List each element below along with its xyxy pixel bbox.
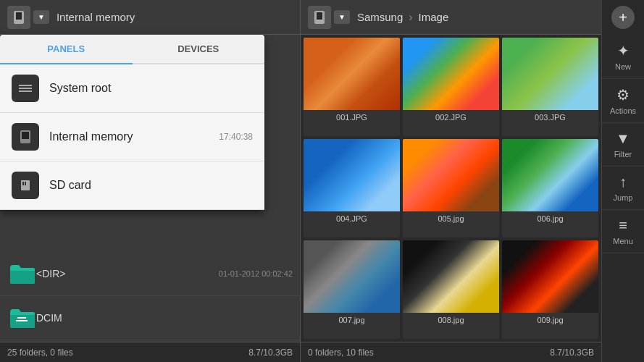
internal-label: Internal memory [49, 130, 133, 143]
tab-devices[interactable]: DEVICES [133, 35, 265, 63]
breadcrumb-samsung: Samsung [357, 11, 403, 23]
actions-icon: ⚙ [616, 86, 630, 104]
sdcard-label: SD card [49, 179, 91, 192]
tab-panels[interactable]: PANELS [0, 35, 133, 64]
image-cell[interactable]: 001.JPG [304, 38, 400, 136]
file-list: <DIR> 01-01-2012 00:02:42 DCIM <DIR> [0, 252, 300, 342]
breadcrumb-image: Image [419, 11, 449, 23]
internal-time: 17:40:38 [219, 132, 253, 142]
image-label: 007.jpg [338, 313, 364, 327]
image-cell[interactable]: 003.JPG [502, 38, 598, 136]
sidebar-btn-jump[interactable]: ↑Jump [602, 167, 645, 210]
new-icon: ✦ [617, 42, 630, 59]
folder-icon [7, 259, 36, 288]
sidebar-btn-actions[interactable]: ⚙Actions [602, 79, 645, 123]
breadcrumb-separator: › [409, 11, 412, 24]
image-label: 008.jpg [438, 313, 464, 327]
left-header: ▼ Internal memory [0, 0, 300, 35]
sysroot-label: System root [49, 82, 111, 95]
menu-icon: ≡ [619, 217, 627, 234]
sidebar-btn-menu[interactable]: ≡Menu [602, 210, 645, 253]
sidebar: + ✦New⚙Actions▼Filter↑Jump≡Menu [601, 0, 644, 362]
dropdown-item-internal[interactable]: Internal memory 17:40:38 [0, 113, 264, 161]
image-label: 005.jpg [438, 211, 464, 226]
left-footer-text: 25 folders, 0 files [7, 348, 73, 358]
left-dropdown-button[interactable]: ▼ [33, 10, 49, 24]
image-cell[interactable]: 008.jpg [403, 240, 499, 339]
dropdown-item-sysroot[interactable]: System root [0, 64, 264, 113]
left-header-title: Internal memory [57, 11, 135, 23]
svg-rect-8 [22, 182, 24, 185]
right-footer-text: 0 folders, 10 files [308, 348, 374, 358]
left-panel: ▼ Internal memory PANELS DEVICES System … [0, 0, 301, 362]
right-header: ▼ Samsung › Image [301, 0, 601, 35]
image-cell[interactable]: 007.jpg [304, 240, 400, 339]
image-cell[interactable]: 004.JPG [304, 139, 400, 237]
right-panel: ▼ Samsung › Image 001.JPG002.JPG003.JPG0… [301, 0, 601, 362]
file-name: <DIR> [36, 268, 219, 279]
filter-icon: ▼ [616, 130, 630, 147]
right-dropdown-button[interactable]: ▼ [334, 10, 350, 24]
menu-label: Menu [613, 237, 633, 245]
jump-label: Jump [614, 193, 633, 202]
sidebar-btn-new[interactable]: ✦New [602, 35, 645, 79]
image-cell[interactable]: 005.jpg [403, 139, 499, 237]
image-cell[interactable]: 006.jpg [502, 139, 598, 237]
image-label: 006.jpg [537, 211, 563, 226]
image-label: 004.JPG [336, 211, 367, 226]
sidebar-btn-filter[interactable]: ▼Filter [602, 123, 645, 167]
file-date: 01-01-2012 00:02:42 [219, 269, 293, 278]
image-cell[interactable]: 009.jpg [502, 240, 598, 339]
folder-icon [7, 303, 36, 332]
dropdown-item-sdcard[interactable]: SD card [0, 161, 264, 210]
image-grid: 001.JPG002.JPG003.JPG004.JPG005.jpg006.j… [301, 35, 601, 342]
right-footer-size: 8.7/10.3GB [550, 348, 594, 358]
right-device-icon [308, 6, 331, 29]
image-cell[interactable]: 002.JPG [403, 38, 499, 136]
internal-memory-icon [12, 123, 39, 151]
image-label: 003.JPG [535, 110, 566, 125]
svg-rect-9 [25, 182, 26, 185]
left-footer-size: 8.7/10.3GB [248, 348, 293, 358]
svg-rect-2 [19, 85, 32, 86]
actions-label: Actions [610, 106, 636, 115]
filter-label: Filter [614, 150, 632, 159]
svg-rect-6 [22, 132, 29, 139]
file-name: DCIM [36, 312, 293, 324]
image-label: 001.JPG [336, 110, 367, 125]
list-item[interactable]: <DIR> 01-01-2012 00:02:42 [0, 252, 300, 296]
file-info: <DIR> [36, 268, 219, 279]
svg-rect-4 [19, 90, 32, 92]
sdcard-icon [12, 172, 39, 199]
svg-rect-1 [16, 12, 22, 20]
image-label: 002.JPG [435, 110, 467, 125]
svg-rect-3 [19, 88, 32, 89]
add-button[interactable]: + [611, 6, 635, 29]
left-footer: 25 folders, 0 files 8.7/10.3GB [0, 342, 300, 362]
sysroot-icon [12, 75, 39, 102]
right-footer: 0 folders, 10 files 8.7/10.3GB [301, 342, 601, 362]
file-info: DCIM [36, 312, 293, 324]
svg-rect-15 [317, 12, 322, 20]
left-device-icon [7, 6, 30, 29]
device-dropdown: PANELS DEVICES System root Internal memo… [0, 35, 264, 210]
new-label: New [615, 62, 631, 71]
breadcrumb: Samsung › Image [357, 11, 448, 24]
jump-icon: ↑ [619, 174, 627, 190]
dropdown-tabs: PANELS DEVICES [0, 35, 264, 64]
list-item[interactable]: DCIM [0, 296, 300, 340]
image-label: 009.jpg [537, 313, 563, 327]
